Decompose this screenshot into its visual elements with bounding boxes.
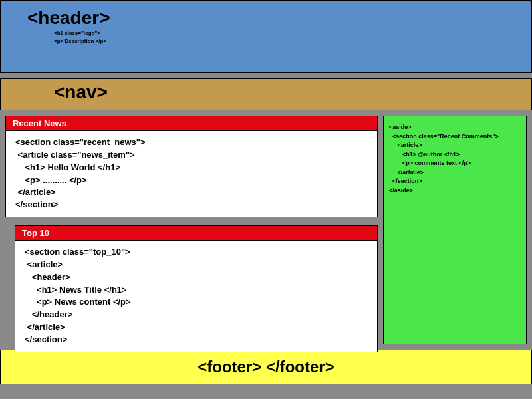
header-sub-line2: <p> Description </p> [54,38,505,45]
top10-body: <section class="top_10"> <article> <head… [15,241,377,352]
recent-news-panel: Recent News <section class="recent_news"… [5,116,378,217]
main-column: Recent News <section class="recent_news"… [5,116,378,344]
top10-header: Top 10 [15,226,377,241]
main-area: Recent News <section class="recent_news"… [0,110,532,344]
recent-news-body: <section class="recent_news"> <article c… [6,131,377,217]
header-tag-label: <header> [27,7,505,29]
nav-tag-label: <nav> [54,82,478,103]
nav-region: <nav> [0,78,532,110]
footer-tag-label: <footer> </footer> [198,358,334,376]
header-region: <header> <h1 class="logo"> <p> Descripti… [0,0,532,73]
footer-region: <footer> </footer> [0,350,532,384]
aside-region: <aside> <section class="Recent Comments"… [383,116,527,344]
header-sub-line1: <h1 class="logo"> [54,30,505,37]
top10-panel: Top 10 <section class="top_10"> <article… [15,225,378,352]
recent-news-header: Recent News [6,116,377,131]
